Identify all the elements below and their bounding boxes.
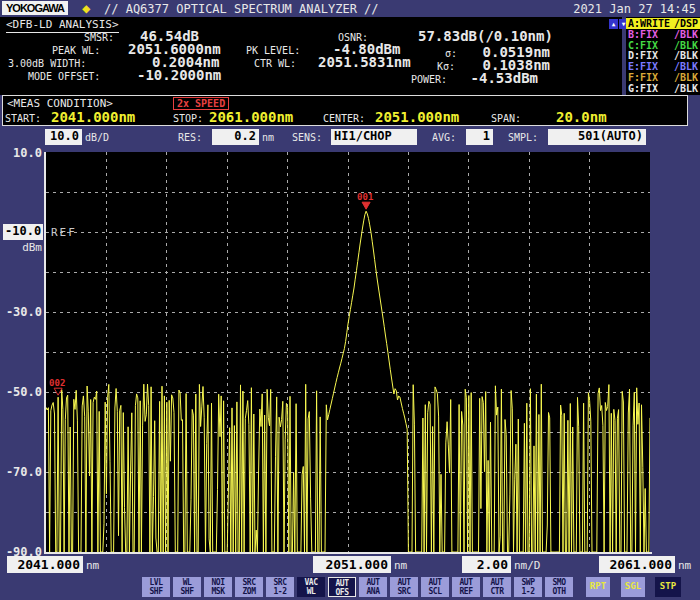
center-value[interactable]: 2051.000nm (375, 109, 459, 125)
brand-diamond-icon: ◆ (82, 0, 90, 16)
smpl-label: SMPL: (508, 132, 538, 143)
softkey-aut-ctr[interactable]: AUTCTR (483, 577, 511, 597)
stop-label: STOP: (173, 113, 203, 124)
trace-name: G:FIX (628, 83, 658, 94)
osa-screen: YOKOGAWA ◆ // AQ6377 OPTICAL SPECTRUM AN… (0, 0, 700, 600)
span-label: SPAN: (491, 113, 521, 124)
start-value[interactable]: 2041.000nm (51, 109, 135, 125)
softkey-aut-ofs[interactable]: AUTOFS (328, 577, 356, 597)
smsr-label: SMSR: (84, 32, 114, 43)
trace-mode: /BLK (674, 40, 698, 51)
trace-mode: /BLK (674, 29, 698, 40)
mode-offset-label: MODE OFFSET: (28, 71, 100, 82)
width-3db-label: 3.00dB WIDTH: (8, 58, 86, 69)
ref-line-label: REF (51, 226, 77, 239)
trace-mode: /BLK (674, 61, 698, 72)
trace-row-a[interactable]: A:WRITE/DSP (626, 18, 700, 29)
dfb-ld-analysis-panel: <DFB-LD ANALYSIS> SMSR: 46.54dB OSNR: 57… (0, 17, 622, 95)
trace-mode: /BLK (674, 72, 698, 83)
trace-row-c[interactable]: C:FIX/BLK (626, 40, 700, 51)
y-axis-unit: dBm (0, 241, 42, 254)
spectrum-plot-area: REF001002 (46, 152, 650, 552)
analysis-title: <DFB-LD ANALYSIS> (6, 18, 119, 33)
center-label: CENTER: (323, 113, 365, 124)
trace-mode: /BLK (674, 83, 698, 94)
trace-row-b[interactable]: B:FIX/BLK (626, 29, 700, 40)
y-axis-label: -50.0 (0, 385, 42, 399)
x-center-field[interactable]: 2051.000 (313, 556, 391, 573)
x-stop-unit: nm (678, 559, 691, 572)
pk-level-label: PK LEVEL: (246, 45, 300, 56)
y-axis-label: -70.0 (0, 465, 42, 479)
marker-002: 002 (49, 378, 65, 395)
scroll-up-icon[interactable]: ▲ (609, 19, 618, 29)
softkey-wl-shf[interactable]: WLSHF (173, 577, 201, 597)
softkey-aut-ref[interactable]: AUTREF (452, 577, 480, 597)
sgl-button[interactable]: SGL (621, 577, 645, 597)
power-value: -4.53dBm (471, 70, 538, 86)
trace-name: E:FIX (628, 61, 658, 72)
trace-name: D:FIX (628, 50, 658, 61)
meas-condition-panel: <MEAS CONDITION> 2x SPEED START: 2041.00… (2, 95, 688, 126)
trace-name: B:FIX (628, 29, 658, 40)
softkey-smo-oth[interactable]: SMOOTH (545, 577, 573, 597)
trace-row-f[interactable]: F:FIX/BLK (626, 72, 700, 83)
level-scale-unit: dB/D (85, 132, 109, 143)
softkey-src-1-2[interactable]: SRC1-2 (266, 577, 294, 597)
trace-row-g[interactable]: G:FIX/BLK (626, 83, 700, 94)
y-axis-top-label: 10.0 (0, 146, 42, 160)
softkey-toolbar: LVLSHFWLSHFNOIMSKSRCZOMSRC1-2VACWLAUTOFS… (0, 577, 700, 598)
plot-bottom-border (44, 552, 652, 554)
softkey-swp-1-2[interactable]: SWP1-2 (514, 577, 542, 597)
stop-value[interactable]: 2061.000nm (209, 109, 293, 125)
smpl-field[interactable]: 501(AUTO) (548, 129, 646, 145)
softkey-lvl-shf[interactable]: LVLSHF (142, 577, 170, 597)
x-start-field[interactable]: 2041.000 (7, 556, 83, 573)
softkey-noi-msk[interactable]: NOIMSK (204, 577, 232, 597)
level-scale-field[interactable]: 10.0 (45, 129, 82, 145)
trace-a-waveform (46, 211, 650, 552)
softkey-aut-scl[interactable]: AUTSCL (421, 577, 449, 597)
sens-field[interactable]: HI1/CHOP (331, 129, 417, 145)
sens-label: SENS: (292, 132, 322, 143)
trace-row-d[interactable]: D:FIX/BLK (626, 50, 700, 61)
osnr-value: 57.83dB(/0.10nm) (418, 28, 553, 44)
y-axis-label: -30.0 (0, 305, 42, 319)
trace-name: A:WRITE (628, 18, 670, 29)
avg-label: AVG: (432, 132, 456, 143)
sigma-label: σ: (445, 48, 457, 59)
title-bar: YOKOGAWA ◆ // AQ6377 OPTICAL SPECTRUM AN… (0, 0, 700, 17)
softkey-vac-wl[interactable]: VACWL (297, 577, 325, 597)
spectrum-plot: REF001002 (46, 152, 650, 552)
ctr-wl-value: 2051.5831nm (318, 54, 411, 70)
x-stop-field[interactable]: 2061.000 (599, 556, 675, 573)
trace-status-panel: A:WRITE/DSPB:FIX/BLKC:FIX/BLKD:FIX/BLKE:… (626, 17, 700, 95)
softkey-aut-ana[interactable]: AUTANA (359, 577, 387, 597)
svg-text:001: 001 (357, 192, 373, 202)
trace-mode: /DSP (674, 18, 698, 29)
yokogawa-logo: YOKOGAWA (2, 1, 68, 15)
power-label: POWER: (411, 74, 447, 85)
x-per-div-field[interactable]: 2.00 (462, 556, 511, 573)
mode-offset-value: -10.2000nm (137, 67, 221, 83)
res-field[interactable]: 0.2 (212, 129, 259, 145)
trace-mode: /BLK (674, 50, 698, 61)
ref-level-field[interactable]: -10.0 (3, 224, 43, 240)
res-unit: nm (262, 132, 274, 143)
stp-button[interactable]: STP (655, 577, 681, 597)
ksigma-label: Kσ: (437, 61, 455, 72)
trace-row-e[interactable]: E:FIX/BLK (626, 61, 700, 72)
rpt-button[interactable]: RPT (586, 577, 610, 597)
x-center-unit: nm (394, 559, 407, 572)
trace-name: C:FIX (628, 40, 658, 51)
softkey-aut-src[interactable]: AUTSRC (390, 577, 418, 597)
ctr-wl-label: CTR WL: (254, 58, 296, 69)
span-value[interactable]: 20.0nm (556, 109, 607, 125)
peak-wl-label: PEAK WL: (52, 45, 100, 56)
datetime-display: 2021 Jan 27 14:45 (573, 2, 696, 16)
res-label: RES: (178, 132, 202, 143)
softkey-src-zom[interactable]: SRCZOM (235, 577, 263, 597)
x-per-div-unit: nm/D (514, 559, 541, 572)
start-label: START: (5, 113, 41, 124)
avg-field[interactable]: 1 (466, 129, 493, 145)
